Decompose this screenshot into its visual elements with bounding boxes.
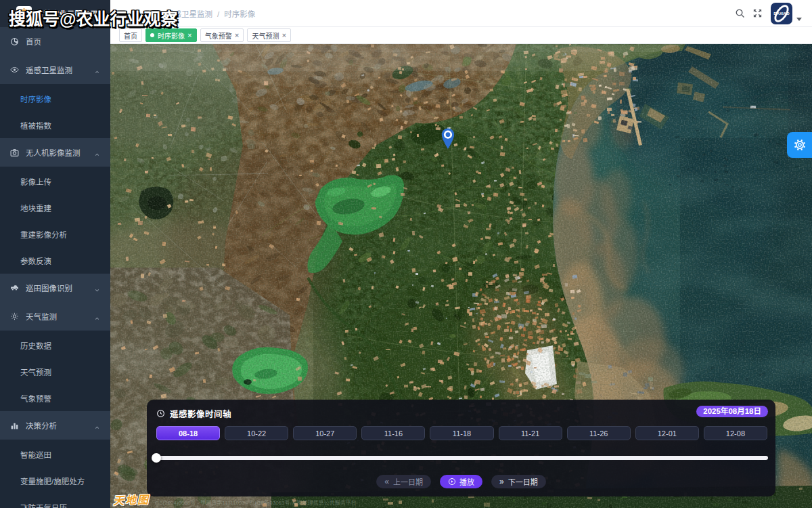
svg-text:DAXIAO: DAXIAO [773, 12, 790, 16]
